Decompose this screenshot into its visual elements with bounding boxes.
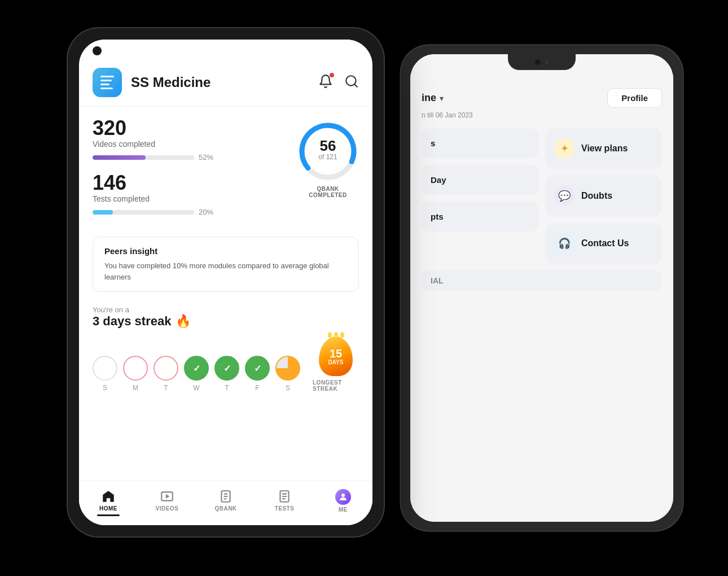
nav-qbank[interactable]: QBANK	[196, 486, 255, 516]
day-item-t2: ✓ T	[214, 356, 239, 392]
notification-badge	[330, 73, 334, 77]
user-name-wrap[interactable]: ine ▾	[422, 92, 444, 104]
nav-tests-label: TESTS	[275, 505, 295, 512]
videos-pct: 52%	[199, 153, 213, 162]
view-plans-icon-wrap: ✦	[554, 138, 574, 159]
stats-section: 320 Videos completed 52% 146 Tests compl…	[79, 107, 372, 228]
stats-left: 320 Videos completed 52% 146 Tests compl…	[93, 118, 286, 228]
logo-lines	[100, 76, 114, 89]
notch-sensor	[545, 60, 549, 64]
menu-item-s-label: s	[431, 138, 435, 148]
menu-item-s[interactable]: s	[422, 128, 538, 158]
subscription-text: n till 06 Jan 2023	[422, 111, 662, 119]
tests-count: 146	[93, 173, 286, 193]
tests-pct: 20%	[199, 208, 213, 216]
notch-camera	[535, 59, 541, 65]
day-item-w: ✓ W	[184, 356, 209, 392]
user-name: ine	[422, 92, 436, 104]
videos-icon	[160, 489, 174, 504]
qbank-of: of 121	[318, 153, 337, 161]
bottom-item: IAL	[422, 270, 662, 291]
day-circle-s2	[275, 356, 300, 381]
videos-progress-wrap: 52%	[93, 153, 286, 162]
videos-count: 320	[93, 118, 286, 138]
nav-active-bar	[97, 514, 120, 516]
nav-videos[interactable]: VIDEOS	[138, 486, 196, 516]
doubts-label: Doubts	[581, 191, 612, 201]
p2-user-row: ine ▾ Profile	[422, 88, 662, 108]
tests-progress-wrap: 20%	[93, 208, 286, 216]
nav-home[interactable]: HOME	[79, 486, 138, 516]
nav-me-label: ME	[339, 507, 348, 513]
home-icon	[101, 489, 116, 504]
streak-circles: S M T ✓	[93, 356, 300, 392]
notification-button[interactable]	[318, 74, 333, 91]
longest-days-label: DAYS	[328, 359, 344, 365]
logo-line	[100, 80, 112, 81]
nav-qbank-label: QBANK	[214, 505, 236, 512]
app-title: SS Medicine	[131, 75, 318, 90]
qbank-circle: 56 of 121	[297, 120, 359, 182]
day-circle-t1	[154, 356, 178, 381]
contact-icon-wrap: 🎧	[554, 233, 574, 254]
right-column: ✦ View plans 💬 Doubts 🎧	[545, 128, 662, 264]
day-item-m: M	[123, 356, 148, 392]
day-label-t1: T	[164, 384, 168, 392]
svg-marker-5	[166, 494, 170, 499]
tests-icon	[277, 489, 292, 504]
phone1: SS Medicine	[68, 28, 384, 536]
chevron-down-icon: ▾	[440, 94, 444, 103]
phone2-content: ine ▾ Profile n till 06 Jan 2023 s Day	[410, 79, 673, 522]
day-circle-s1	[93, 356, 117, 381]
longest-num: 15	[330, 348, 342, 359]
nav-me[interactable]: ME	[314, 486, 372, 516]
phone2-notch	[508, 54, 576, 70]
avatar-icon	[338, 492, 348, 502]
peers-insight-card: Peers insight You have completed 10% mor…	[93, 237, 359, 292]
user-avatar	[335, 489, 351, 505]
profile-button[interactable]: Profile	[607, 88, 662, 108]
flame-drop	[328, 332, 332, 338]
day-circle-m	[123, 356, 148, 381]
app-logo	[93, 68, 122, 97]
svg-point-11	[341, 494, 345, 497]
menu-item-pts[interactable]: pts	[422, 202, 538, 232]
header-icons	[318, 74, 359, 91]
videos-progress-fill	[93, 155, 146, 160]
menu-item-day[interactable]: Day	[422, 165, 538, 195]
doubts-icon-wrap: 💬	[554, 186, 574, 206]
qbank-nav-icon	[218, 489, 233, 504]
view-plans-label: View plans	[581, 143, 628, 154]
logo-line	[100, 76, 114, 77]
logo-line	[100, 88, 113, 89]
day-item-t1: T	[154, 356, 178, 392]
menu-grid: s Day pts ✦ View pla	[422, 128, 662, 264]
doubts-item[interactable]: 💬 Doubts	[545, 176, 662, 216]
day-label-w: W	[193, 384, 199, 392]
search-button[interactable]	[344, 74, 359, 91]
qbank-text: 56 of 121	[318, 138, 337, 161]
notch-area	[410, 54, 673, 79]
nav-tests[interactable]: TESTS	[255, 486, 314, 516]
longest-streak-label: LONGEST STREAK	[313, 379, 359, 392]
streak-title: 3 days streak	[93, 314, 171, 329]
flame-drop	[334, 332, 338, 338]
flame-badge: 15 DAYS	[319, 337, 353, 376]
nav-home-label: HOME	[99, 505, 117, 512]
peers-text: You have completed 10% more modules comp…	[104, 260, 347, 282]
day-circle-w: ✓	[184, 356, 209, 381]
flame-drop	[340, 332, 344, 338]
longest-streak: 15 DAYS LONGEST STREAK	[313, 337, 359, 392]
nav-videos-label: VIDEOS	[156, 505, 179, 512]
tests-progress-fill	[93, 210, 113, 215]
day-item-f: ✓ F	[245, 356, 270, 392]
day-item-s1: S	[93, 356, 117, 392]
contact-us-item[interactable]: 🎧 Contact Us	[545, 223, 662, 264]
search-icon	[344, 74, 359, 89]
day-label-m: M	[133, 384, 138, 392]
view-plans-item[interactable]: ✦ View plans	[545, 128, 662, 169]
phone2: ine ▾ Profile n till 06 Jan 2023 s Day	[401, 45, 683, 531]
menu-item-day-label: Day	[431, 175, 446, 185]
camera-dot	[93, 46, 102, 55]
check-icon-f: ✓	[254, 363, 261, 374]
